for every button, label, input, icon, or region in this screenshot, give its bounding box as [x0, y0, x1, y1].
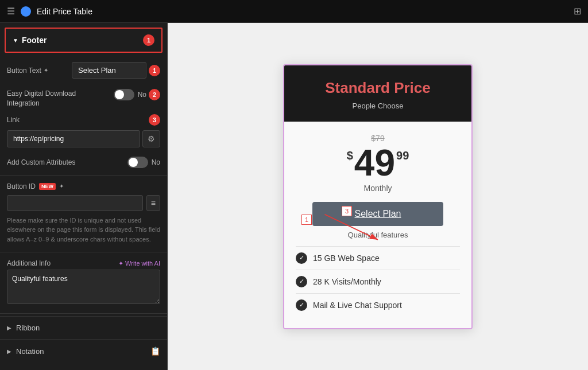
price-card-subtitle: People Choose — [296, 102, 460, 110]
edd-label: Easy Digital Download Integration — [7, 89, 87, 108]
link-label: Link — [7, 116, 20, 124]
feature-text-3: Mail & Live Chat Support — [313, 301, 402, 310]
price-card-body: $79 $ 49 99 Monthly Select Plan Qualityf… — [284, 122, 471, 328]
edd-integration-row: Easy Digital Download Integration No 2 — [0, 83, 167, 113]
feature-check-3: ✓ — [296, 299, 307, 311]
write-ai-button[interactable]: ✦ Write with AI — [118, 260, 160, 267]
app-logo — [21, 6, 31, 17]
footer-section-header[interactable]: ▼ Footer 1 — [5, 28, 163, 53]
link-row: ⚙ — [0, 128, 167, 152]
section-arrow-icon: ▼ — [13, 37, 18, 44]
notation-doc-icon: 📋 — [150, 346, 160, 356]
ribbon-arrow-icon: ▶ — [7, 325, 11, 331]
button-text-label: Button Text — [7, 67, 41, 75]
custom-attributes-label: Add Custom Attributes — [7, 158, 75, 166]
edd-toggle-label: No — [138, 91, 146, 99]
price-cents: 99 — [396, 149, 409, 162]
additional-info-header: Additional Info ✦ Write with AI — [0, 255, 167, 270]
footer-badge: 1 — [143, 34, 154, 46]
notation-label: Notation — [16, 347, 44, 356]
button-id-icon-button[interactable]: ≡ — [146, 195, 160, 211]
cursor-icon: ✦ — [59, 183, 64, 189]
original-price: $79 — [371, 134, 384, 143]
grid-icon[interactable]: ⊞ — [574, 6, 581, 17]
price-card: 1 3 Standard Price People Choose $79 $ 4… — [283, 64, 473, 329]
feature-item-1: ✓ 15 GB Web Space — [296, 246, 460, 270]
button-id-info: Please make sure the ID is unique and no… — [0, 213, 167, 250]
price-card-header: Standard Price People Choose — [284, 65, 471, 122]
edd-toggle[interactable] — [114, 89, 134, 100]
notation-section[interactable]: ▶ Notation 📋 — [0, 339, 167, 363]
additional-info-textarea[interactable]: Qualityful features — [7, 270, 160, 304]
right-panel: 1 3 Standard Price People Choose $79 $ 4… — [168, 23, 588, 370]
custom-toggle[interactable] — [127, 157, 148, 168]
link-settings-button[interactable]: ⚙ — [142, 130, 160, 147]
button-text-badge: 1 — [149, 65, 160, 76]
new-badge: NEW — [39, 183, 56, 190]
button-id-input-row: ≡ — [0, 193, 167, 213]
edd-badge: 2 — [149, 89, 160, 100]
link-input[interactable] — [7, 130, 140, 147]
additional-info-label-text: Additional Info — [7, 259, 51, 267]
feature-check-1: ✓ — [296, 252, 307, 264]
feature-check-2: ✓ — [296, 276, 307, 287]
sparkle-icon: ✦ — [44, 67, 48, 73]
ribbon-label: Ribbon — [16, 324, 40, 332]
feature-item-2: ✓ 28 K Visits/Monthly — [296, 270, 460, 293]
annotation-3-badge: 3 — [342, 206, 352, 216]
hamburger-icon[interactable]: ☰ — [7, 6, 15, 17]
edd-toggle-wrap: No — [114, 89, 146, 100]
price-main: 49 — [354, 145, 395, 181]
price-card-title: Standard Price — [296, 79, 460, 97]
button-text-row: Button Text ✦ 1 — [0, 57, 167, 83]
price-period: Monthly — [296, 184, 460, 193]
feature-item-3: ✓ Mail & Live Chat Support — [296, 293, 460, 317]
annotation-1-badge: 1 — [301, 215, 312, 225]
main-layout: ▼ Footer 1 Button Text ✦ 1 Easy Digital … — [0, 23, 588, 370]
price-dollar: $ — [347, 149, 353, 162]
select-plan-button[interactable]: Select Plan — [312, 202, 444, 226]
header-actions: ⊞ — [574, 6, 581, 17]
button-id-label: Button ID — [7, 182, 36, 190]
feature-text-2: 28 K Visits/Monthly — [313, 277, 381, 286]
custom-attributes-row: Add Custom Attributes No — [0, 152, 167, 173]
feature-text-1: 15 GB Web Space — [313, 254, 380, 263]
custom-toggle-label: No — [152, 158, 160, 166]
left-panel: ▼ Footer 1 Button Text ✦ 1 Easy Digital … — [0, 23, 168, 370]
button-id-input[interactable] — [7, 195, 143, 211]
notation-arrow-icon: ▶ — [7, 348, 11, 355]
features-label: Qualityful features — [296, 231, 460, 239]
header-title: Edit Price Table — [37, 7, 92, 16]
footer-section-label: Footer — [22, 36, 47, 45]
button-text-input[interactable] — [72, 62, 146, 79]
editor-header: ☰ Edit Price Table ⊞ — [0, 0, 588, 23]
custom-toggle-wrap: No — [127, 157, 160, 168]
price-amount: $ 49 99 — [296, 145, 460, 181]
link-badge: 3 — [149, 114, 160, 126]
ribbon-section[interactable]: ▶ Ribbon — [0, 316, 167, 339]
